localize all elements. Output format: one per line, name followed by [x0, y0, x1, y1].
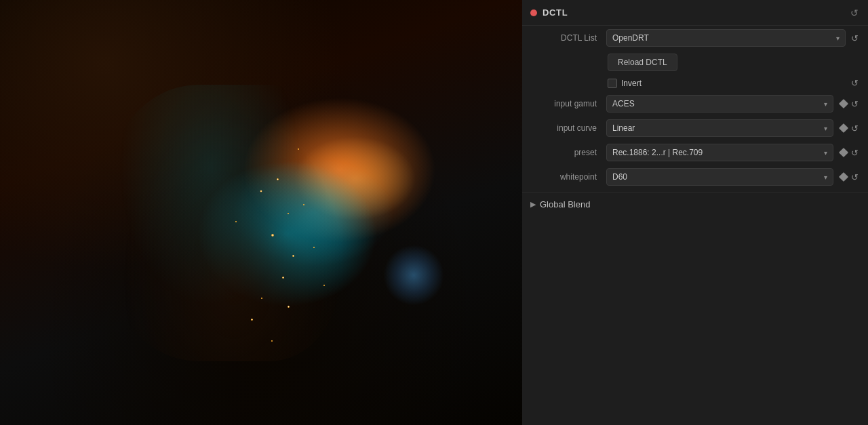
invert-reset-button[interactable]: ↺	[850, 78, 860, 88]
dctl-list-row: DCTL List OpenDRT ▾ ↺	[522, 26, 868, 50]
status-dot	[530, 9, 537, 16]
input-curve-row: input curve Linear ▾ ↺	[522, 116, 868, 140]
input-curve-reset-button[interactable]: ↺	[850, 123, 860, 134]
invert-row: Invert ↺	[602, 75, 868, 92]
whitepoint-row: whitepoint D60 ▾ ↺	[522, 165, 868, 189]
dctl-list-label: DCTL List	[528, 33, 602, 43]
chevron-down-icon: ▾	[836, 35, 840, 42]
panel-header: DCTL ↺	[522, 0, 868, 26]
panel-title: DCTL	[542, 7, 568, 18]
input-gamut-reset-button[interactable]: ↺	[850, 99, 860, 109]
input-gamut-row: input gamut ACES ▾ ↺	[522, 92, 868, 116]
global-blend-section[interactable]: ▶ Global Blend	[522, 192, 868, 216]
reload-dctl-button[interactable]: Reload DCTL	[608, 54, 677, 71]
input-gamut-label: input gamut	[528, 99, 602, 108]
image-preview	[0, 0, 522, 425]
global-blend-label: Global Blend	[540, 199, 590, 209]
preset-dropdown[interactable]: Rec.1886: 2...r | Rec.709 ▾	[606, 144, 833, 161]
dctl-list-dropdown[interactable]: OpenDRT ▾	[606, 29, 846, 47]
invert-label: Invert	[621, 79, 642, 88]
keyframe-diamond-icon[interactable]	[839, 99, 848, 108]
keyframe-diamond-icon[interactable]	[839, 172, 848, 182]
chevron-right-icon: ▶	[530, 200, 536, 209]
whitepoint-dropdown[interactable]: D60 ▾	[606, 168, 833, 186]
dctl-panel: DCTL ↺ DCTL List OpenDRT ▾ ↺ Reload DCTL…	[522, 0, 868, 425]
input-gamut-dropdown[interactable]: ACES ▾	[606, 95, 833, 113]
preset-label: preset	[528, 148, 602, 157]
invert-checkbox[interactable]	[608, 79, 617, 88]
input-curve-label: input curve	[528, 123, 602, 133]
keyframe-diamond-icon[interactable]	[839, 148, 848, 157]
reload-row: Reload DCTL	[602, 50, 868, 75]
chevron-down-icon: ▾	[824, 100, 827, 108]
chevron-down-icon: ▾	[824, 125, 827, 132]
whitepoint-reset-button[interactable]: ↺	[850, 172, 860, 182]
whitepoint-label: whitepoint	[528, 172, 602, 182]
chevron-down-icon: ▾	[824, 149, 827, 157]
preset-reset-button[interactable]: ↺	[850, 148, 860, 158]
dctl-list-reset-button[interactable]: ↺	[850, 33, 860, 43]
chevron-down-icon: ▾	[824, 174, 827, 181]
preset-row: preset Rec.1886: 2...r | Rec.709 ▾ ↺	[522, 140, 868, 165]
keyframe-diamond-icon[interactable]	[839, 123, 848, 133]
input-curve-dropdown[interactable]: Linear ▾	[606, 119, 833, 137]
panel-reset-button[interactable]: ↺	[849, 6, 860, 20]
